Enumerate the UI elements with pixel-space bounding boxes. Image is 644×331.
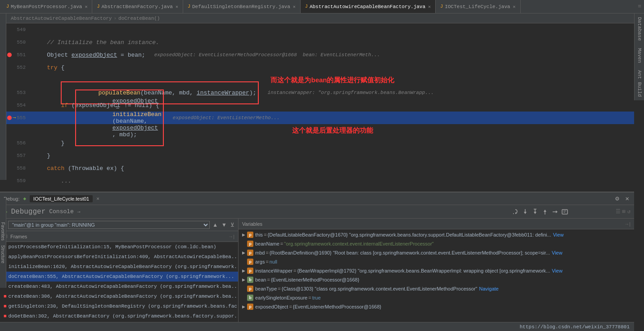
var-item-this[interactable]: ▶ p this = {DefaultListableBeanFactory@1… <box>239 230 634 239</box>
step-into-icon[interactable] <box>521 207 530 216</box>
restore-icon[interactable]: ↺ <box>627 208 630 215</box>
console-forward-icon[interactable]: → <box>77 209 81 215</box>
frame-item[interactable]: ■ createBean:483, AbstractAutowireCapabl… <box>0 282 238 291</box>
close-icon[interactable]: ✕ <box>513 4 516 9</box>
close-debug-icon[interactable]: ✕ <box>624 195 630 202</box>
var-item-args[interactable]: ▶ p args = null <box>239 257 634 266</box>
var-item-beantype[interactable]: ▶ p beanType = {Class@1303} "class org.s… <box>239 284 634 293</box>
status-bar: https://blog.csdn.net/weixin_37778801 <box>0 322 634 331</box>
var-type-icon: b <box>247 277 253 283</box>
tab-abstractautowire[interactable]: J AbstractAutowireCapableBeanFactory.jav… <box>301 0 436 13</box>
run-to-cursor-icon[interactable] <box>550 207 559 216</box>
line-num-551: 551 <box>6 52 31 58</box>
settings-icon[interactable]: ⚙ <box>614 195 620 202</box>
maven-icon[interactable]: Maven <box>636 46 643 65</box>
svg-marker-3 <box>524 212 527 214</box>
force-step-into-icon[interactable] <box>531 207 540 216</box>
tab-label: IOCTest_LifeCycle.java <box>445 4 510 9</box>
line-num-556: 556 <box>6 140 31 146</box>
console-tab[interactable]: Console <box>49 208 74 215</box>
frame-item[interactable]: ■ getSingleton:230, DefaultSingletonBean… <box>0 301 238 311</box>
layout-icon[interactable]: ☰ <box>616 208 621 215</box>
variables-list: ▶ p this = {DefaultListableBeanFactory@1… <box>239 229 634 331</box>
frame-item[interactable]: ■ postProcessBeforeInitialization:15, My… <box>0 242 238 252</box>
var-view-link[interactable]: View <box>553 232 564 237</box>
line-num-558: 558 <box>6 166 31 171</box>
annotation-line-555-container: 这个就是后置处理器的功能 <box>6 124 634 137</box>
thread-up-btn[interactable]: ▲ <box>212 222 219 228</box>
thread-selector[interactable]: "main"@1 in group "main": RUNNING <box>8 221 210 229</box>
line-num-555: → 555 <box>6 115 31 121</box>
tab-mybeanpostprocessor[interactable]: J MyBeanPostProcessor.java ✕ <box>2 0 92 13</box>
favorites-bar: Favorites Structure <box>0 198 6 288</box>
code-content-559: ... <box>31 178 634 184</box>
code-area: 549 550 // Initialize the bean instance.… <box>6 23 634 190</box>
debug-toolbar: ▶ Debugger Console → <box>0 205 634 219</box>
var-navigate-link[interactable]: Navigate <box>479 286 499 291</box>
frame-item[interactable]: ■ createBean:306, AbstractAutowireCapabl… <box>0 291 238 301</box>
annotation-line-553-container: 而这个就是为bean的属性进行赋值初始化 <box>6 74 634 86</box>
svg-marker-8 <box>544 210 546 212</box>
var-item-mbd[interactable]: ▶ p mbd = {RootBeanDefinition@1690} "Roo… <box>239 248 634 257</box>
variables-pin-icon[interactable]: →| <box>624 221 630 227</box>
breadcrumb-method: doCreateBean() <box>118 16 160 21</box>
code-line-559: 559 ... <box>6 174 634 187</box>
variables-title: Variables <box>242 221 262 227</box>
tab-menu-icon[interactable]: ≡ <box>638 3 644 10</box>
var-expand-icon[interactable]: ▶ <box>242 233 245 237</box>
var-type-icon: p <box>247 286 253 292</box>
var-expand-icon[interactable]: ▶ <box>242 304 245 309</box>
frame-label: applyBeanPostProcessorsBeforeInitializat… <box>9 254 238 259</box>
evaluate-icon[interactable] <box>560 207 569 216</box>
tab-abstractbeanfactory[interactable]: J AbstractBeanFactory.java ✕ <box>92 0 183 13</box>
var-expand-icon[interactable]: ▶ <box>242 268 245 273</box>
breadcrumb: AbstractAutowireCapableBeanFactory › doC… <box>6 13 634 23</box>
java-icon: J <box>97 4 99 9</box>
frame-label: createBean:306, AbstractAutowireCapableB… <box>9 294 238 299</box>
frame-item[interactable]: ■ applyBeanPostProcessorsBeforeInitializ… <box>0 252 238 262</box>
frame-item-active[interactable]: ■ doCreateBean:555, AbstractAutowireCapa… <box>0 272 238 282</box>
code-content-557: } <box>31 152 634 159</box>
var-item-earlysingleton[interactable]: ▶ b earlySingletonExposure = true <box>239 293 634 302</box>
thread-down-btn[interactable]: ▼ <box>221 222 228 228</box>
step-out-icon[interactable] <box>540 207 549 216</box>
step-over-icon[interactable] <box>511 207 520 216</box>
line-num-553: 553 <box>6 90 31 95</box>
right-panel: Database Maven Ant Build <box>634 13 644 100</box>
frame-label: postProcessBeforeInitialization:15, MyBe… <box>9 244 216 250</box>
ant-build-icon[interactable]: Ant Build <box>636 68 643 98</box>
close-icon[interactable]: ✕ <box>85 4 87 9</box>
var-view-link[interactable]: View <box>552 250 563 255</box>
line-num-550: 550 <box>6 40 31 45</box>
var-item-exposedobject[interactable]: ▶ p exposedObject = {EventListenerMethod… <box>239 302 634 311</box>
code-content-550: // Initialize the bean instance. <box>31 39 634 46</box>
var-view-link[interactable]: View <box>552 268 563 273</box>
thread-selector-row: ✓ "main"@1 in group "main": RUNNING ▲ ▼ … <box>0 219 238 231</box>
var-expand-icon[interactable]: ▶ <box>242 277 245 282</box>
var-expand-icon: ▶ <box>242 295 245 300</box>
debug-session[interactable]: IOCTest_LifeCycle.test01 <box>30 195 93 202</box>
frame-label: getSingleton:230, DefaultSingletonBeanRe… <box>9 304 238 309</box>
tab-defaultsingleton[interactable]: J DefaultSingletonBeanRegistry.java ✕ <box>183 0 301 13</box>
frame-item[interactable]: ■ initializeBean:1620, AbstractAutowireC… <box>0 262 238 272</box>
code-line-555: → 555 exposedObject = initializeBean (be… <box>6 112 634 124</box>
java-icon: J <box>188 4 190 9</box>
layout2-icon[interactable]: ⊞ <box>622 208 626 215</box>
var-item-bean[interactable]: ▶ b bean = {EventListenerMethodProcessor… <box>239 275 634 284</box>
thread-filter-btn[interactable]: ⊻ <box>230 222 235 228</box>
close-icon[interactable]: ✕ <box>293 4 296 9</box>
database-icon[interactable]: Database <box>636 15 643 43</box>
code-content-551: Object exposedObject = bean; exposedObje… <box>31 52 634 58</box>
tab-ioctest[interactable]: J IOCTest_LifeCycle.java ✕ <box>436 0 520 13</box>
svg-marker-5 <box>534 212 536 214</box>
close-icon[interactable]: ✕ <box>176 4 178 9</box>
var-type-icon: p <box>247 232 253 238</box>
line-num-549: 549 <box>6 27 31 32</box>
var-expand-icon[interactable]: ▶ <box>242 250 245 255</box>
frames-pin-icon[interactable]: →| <box>228 234 234 239</box>
debugger-tab[interactable]: Debugger <box>11 208 45 216</box>
close-icon[interactable]: ✕ <box>428 4 431 9</box>
var-item-instancewrapper[interactable]: ▶ p instanceWrapper = {BeanWrapperImpl@1… <box>239 266 634 275</box>
var-item-beanname[interactable]: ▶ p beanName = "org.springframework.cont… <box>239 239 634 248</box>
frame-item[interactable]: ■ doGetBean:302, AbstractBeanFactory (or… <box>0 311 238 321</box>
